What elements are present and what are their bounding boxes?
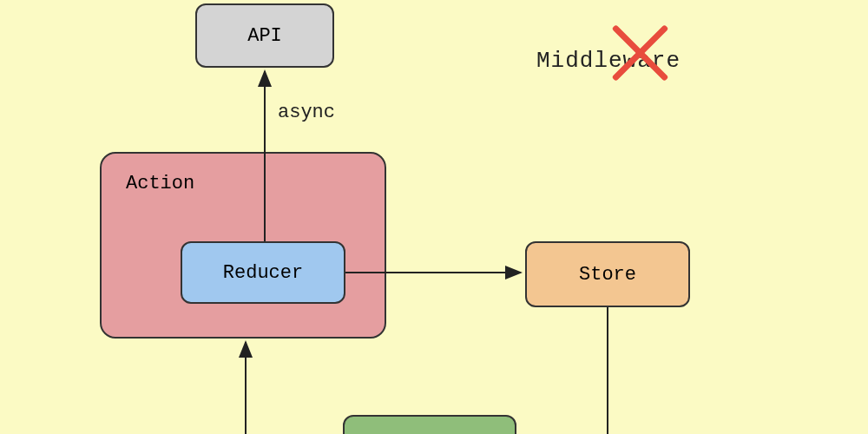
reducer-label: Reducer [223, 262, 303, 284]
api-label: API [247, 25, 282, 47]
reducer-node: Reducer [181, 241, 345, 304]
api-node: API [195, 3, 334, 68]
store-node: Store [525, 241, 690, 307]
action-label: Action [126, 173, 194, 194]
cross-out-icon [604, 17, 674, 87]
bottom-node [343, 415, 516, 434]
store-label: Store [579, 264, 636, 286]
async-edge-label: async [278, 102, 335, 123]
